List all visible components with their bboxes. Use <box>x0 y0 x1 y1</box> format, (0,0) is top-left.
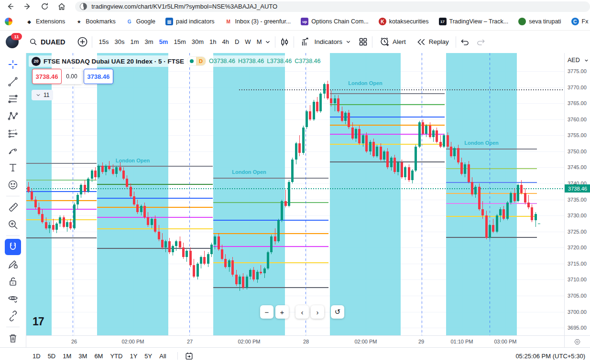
google-icon: G <box>126 18 133 25</box>
buy-button[interactable]: 3738.46 <box>84 69 113 84</box>
add-symbol-icon[interactable] <box>77 36 88 47</box>
ruler-icon[interactable] <box>5 199 21 215</box>
interval-5m[interactable]: 5m <box>156 36 171 48</box>
reload-icon[interactable] <box>38 1 52 12</box>
candle-body <box>481 209 484 215</box>
currency-selector[interactable]: AED <box>568 57 589 64</box>
indicators-button[interactable]: Indicators <box>298 35 345 49</box>
emoji-icon[interactable] <box>5 177 21 193</box>
site-privacy-icon[interactable] <box>80 3 87 10</box>
scroll-right-button[interactable]: › <box>311 305 324 319</box>
price-axis[interactable]: AED 3775.003770.003765.003760.003755.003… <box>564 53 590 335</box>
objects-tree-chip[interactable]: 11 <box>32 90 53 100</box>
candle-body <box>316 102 318 111</box>
candle-body <box>242 277 244 288</box>
zoom-out-button[interactable]: − <box>260 305 273 319</box>
clock[interactable]: 05:25:06 PM (UTC+5:30) <box>515 353 585 360</box>
key-level-line <box>330 134 445 135</box>
range-ytd[interactable]: YTD <box>110 353 122 360</box>
home-icon[interactable] <box>55 1 68 12</box>
tradingview-watermark-logo[interactable]: 17 <box>33 315 44 328</box>
redo-icon[interactable] <box>476 37 486 47</box>
drawing-lock-icon[interactable] <box>5 256 21 272</box>
zoom-in-button[interactable]: + <box>275 305 289 319</box>
interval-W[interactable]: W <box>242 36 253 48</box>
interval-3m[interactable]: 3m <box>142 36 156 48</box>
range-1d[interactable]: 1D <box>33 353 41 360</box>
xabcd-pattern-icon[interactable] <box>5 108 21 124</box>
interval-15m[interactable]: 15m <box>171 36 188 48</box>
interval-15s[interactable]: 15s <box>96 36 112 48</box>
bookmark-item[interactable]: ◆Extensions <box>25 18 65 25</box>
time-tick-label: 02:00 PM <box>121 339 144 344</box>
legend-title[interactable]: FTSE NASDAQ Dubai UAE 20 Index · 5 · FTS… <box>44 58 184 65</box>
interval-1h[interactable]: 1h <box>207 36 219 48</box>
url-text[interactable]: tradingview.com/chart/KV1r5LRm/?symbol=N… <box>91 3 277 10</box>
bookmark-item[interactable] <box>5 18 15 25</box>
brush-icon[interactable] <box>5 142 21 159</box>
scroll-left-button[interactable]: ‹ <box>295 305 309 319</box>
bookmark-item[interactable]: seva tirupati <box>518 18 561 25</box>
projection-icon[interactable] <box>5 125 21 141</box>
interval-M[interactable]: M <box>254 36 265 48</box>
range-5d[interactable]: 5D <box>48 353 56 360</box>
hide-drawings-icon[interactable] <box>5 290 21 307</box>
interval-4h[interactable]: 4h <box>219 36 231 48</box>
trash-icon[interactable] <box>5 330 21 346</box>
bookmark-item[interactable]: GGoogle <box>126 18 155 25</box>
chart-pane[interactable]: London OpenLondon OpenLondon OpenLondon … <box>26 53 564 335</box>
range-5y[interactable]: 5Y <box>144 353 152 360</box>
fib-retracement-icon[interactable] <box>5 91 21 107</box>
zoom-in-icon[interactable] <box>5 216 21 233</box>
link-icon[interactable] <box>5 308 21 324</box>
bookmark-item[interactable]: MInbox (3) - greenfur... <box>225 18 291 25</box>
candle-body <box>330 98 332 103</box>
data-source-pill[interactable]: D <box>187 56 206 66</box>
bookmark-item[interactable]: ★Bookmarks <box>75 18 116 25</box>
interval-1m[interactable]: 1m <box>128 36 142 48</box>
address-bar[interactable]: tradingview.com/chart/KV1r5LRm/?symbol=N… <box>75 1 590 12</box>
time-axis[interactable]: 2602:00 PM2702:00 PM2802:00 PM2901:10 PM… <box>26 335 564 347</box>
alert-button[interactable]: Alert <box>376 35 409 49</box>
reset-chart-button[interactable]: ↺ <box>331 305 344 319</box>
bookmark-item[interactable]: 17TradingView – Track... <box>439 18 509 25</box>
interval-30m[interactable]: 30m <box>189 36 207 48</box>
magnet-icon[interactable] <box>5 239 21 255</box>
time-tick-label: 02:00 PM <box>354 339 377 344</box>
candle-body <box>284 201 287 206</box>
trendline-icon[interactable] <box>5 74 21 90</box>
candle-body <box>496 215 498 232</box>
range-1m[interactable]: 1M <box>63 353 71 360</box>
chart-type-icon[interactable] <box>279 37 290 47</box>
candle-body <box>270 236 273 253</box>
axis-settings-corner[interactable] <box>564 335 590 347</box>
candle-body <box>91 171 93 179</box>
user-avatar[interactable]: 11 <box>6 35 19 48</box>
go-to-date-icon[interactable] <box>185 352 194 361</box>
sell-button[interactable]: 3738.46 <box>32 69 62 84</box>
replay-button[interactable]: Replay <box>414 35 452 49</box>
undo-icon[interactable] <box>460 37 470 47</box>
forward-icon[interactable] <box>21 1 34 12</box>
range-3m[interactable]: 3M <box>78 353 87 360</box>
interval-chevron-down-icon[interactable] <box>264 39 271 45</box>
interval-30s[interactable]: 30s <box>112 36 128 48</box>
range-6m[interactable]: 6M <box>94 353 103 360</box>
bookmark-item[interactable]: Kkotaksecurities <box>379 18 429 25</box>
text-icon[interactable] <box>5 160 21 176</box>
crosshair-icon[interactable] <box>5 56 21 73</box>
time-tick-label: 28 <box>303 339 309 344</box>
range-1y[interactable]: 1Y <box>130 353 137 360</box>
back-icon[interactable] <box>4 1 17 12</box>
range-all[interactable]: All <box>159 353 166 360</box>
interval-D[interactable]: D <box>232 36 242 48</box>
bookmark-item[interactable]: ▦paid indicators <box>165 18 215 25</box>
bookmark-item[interactable]: CFx Retail <box>571 18 590 25</box>
bookmark-item[interactable]: upOptions Chain Com... <box>301 18 369 25</box>
indicators-chevron-down-icon[interactable] <box>345 39 351 45</box>
symbol-search[interactable]: DUAED <box>29 38 66 46</box>
layout-grid-icon[interactable] <box>358 37 368 47</box>
key-level-line <box>97 166 213 167</box>
webstore-icon <box>5 18 12 25</box>
lock-icon[interactable] <box>5 273 21 289</box>
